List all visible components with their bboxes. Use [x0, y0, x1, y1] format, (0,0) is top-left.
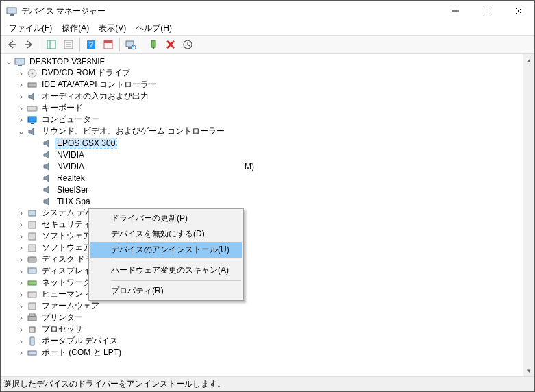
- tree-label: DVD/CD-ROM ドライブ: [40, 67, 132, 79]
- tree-category-ide[interactable]: ›IDE ATA/ATAPI コントローラー: [1, 79, 523, 90]
- keyboard-icon: [27, 103, 38, 114]
- vertical-scrollbar[interactable]: ▴ ▾: [523, 54, 534, 376]
- device-tree[interactable]: ⌄ DESKTOP-V3E8NIF ›DVD/CD-ROM ドライブ ›IDE …: [1, 54, 523, 376]
- software-icon: [27, 243, 38, 254]
- show-hide-tree-button[interactable]: [43, 36, 60, 53]
- scroll-track[interactable]: [523, 66, 534, 365]
- expand-icon[interactable]: ›: [16, 81, 27, 89]
- context-uninstall-device[interactable]: デバイスのアンインストール(U): [90, 242, 242, 258]
- tree-category-disk[interactable]: ›ディスク ドライブ: [1, 254, 523, 265]
- expand-icon[interactable]: ›: [16, 267, 27, 275]
- menu-help[interactable]: ヘルプ(H): [132, 21, 176, 36]
- forward-button[interactable]: [21, 36, 37, 53]
- context-disable-device[interactable]: デバイスを無効にする(D): [90, 226, 242, 242]
- svg-rect-39: [28, 281, 36, 285]
- tree-category-keyboard[interactable]: ›キーボード: [1, 102, 523, 114]
- scroll-down-button[interactable]: ▾: [523, 365, 534, 376]
- maximize-button[interactable]: [471, 1, 503, 21]
- uninstall-device-button[interactable]: [162, 36, 179, 53]
- expand-icon[interactable]: ›: [16, 279, 27, 287]
- help-button[interactable]: ?: [83, 36, 99, 53]
- tree-category-security[interactable]: ›セキュリティ ラ: [1, 219, 523, 230]
- expand-icon[interactable]: ›: [16, 221, 27, 229]
- tree-label: DESKTOP-V3E8NIF: [28, 57, 106, 66]
- tree-category-display[interactable]: ›ディスプレイ アダプター: [1, 265, 523, 277]
- tree-category-ports[interactable]: ›ポート (COM と LPT): [1, 347, 523, 358]
- toolbar: ?: [1, 35, 534, 54]
- back-button[interactable]: [3, 36, 20, 53]
- enable-device-button[interactable]: [145, 36, 162, 53]
- controller-icon: [27, 79, 38, 90]
- expand-icon[interactable]: ›: [16, 244, 27, 252]
- svg-rect-25: [15, 58, 25, 64]
- menu-view[interactable]: 表示(V): [95, 21, 130, 36]
- tree-category-system[interactable]: ›システム デバ: [1, 207, 523, 219]
- expand-icon[interactable]: ›: [16, 209, 27, 217]
- firmware-icon: [27, 301, 38, 312]
- tree-category-softdev[interactable]: ›ソフトウェア デバイス: [1, 242, 523, 254]
- tree-device-epos[interactable]: EPOS GSX 300: [1, 137, 523, 149]
- menu-file[interactable]: ファイル(F): [5, 21, 56, 36]
- status-text: 選択したデバイスのドライバーをアンインストールします。: [3, 378, 225, 390]
- close-button[interactable]: [503, 1, 534, 21]
- expand-icon[interactable]: ›: [16, 314, 27, 322]
- svg-rect-1: [10, 14, 14, 16]
- speaker-icon: [42, 138, 53, 149]
- svg-rect-3: [484, 8, 490, 14]
- properties-button[interactable]: [60, 36, 77, 53]
- context-separator: [111, 280, 241, 281]
- expand-icon[interactable]: ›: [16, 349, 27, 357]
- tree-device-nvidia[interactable]: NVIDIAM): [1, 160, 523, 172]
- tree-category-firmware[interactable]: ›ファームウェア: [1, 300, 523, 312]
- speaker-icon: [27, 126, 38, 137]
- tree-device-steelseries[interactable]: SteelSer: [1, 184, 523, 195]
- context-update-driver[interactable]: ドライバーの更新(P): [90, 210, 242, 226]
- tree-category-portable[interactable]: ›ポータブル デバイス: [1, 335, 523, 347]
- device-manager-window: デバイス マネージャー ファイル(F) 操作(A) 表示(V) ヘルプ(H) ?…: [0, 0, 535, 392]
- tree-category-sound[interactable]: ⌄サウンド、ビデオ、およびゲーム コントローラー: [1, 125, 523, 137]
- display-icon: [27, 266, 38, 277]
- speaker-icon: [42, 184, 53, 195]
- update-driver-button[interactable]: [179, 36, 196, 53]
- toolbar-separator: [40, 38, 40, 51]
- scan-hardware-button[interactable]: [123, 36, 139, 53]
- expand-icon[interactable]: ›: [16, 302, 27, 310]
- svg-rect-46: [28, 351, 36, 355]
- expand-icon[interactable]: ›: [16, 116, 27, 124]
- tree-label: ポータブル デバイス: [40, 335, 119, 347]
- tree-category-softcomp[interactable]: ›ソフトウェア コンポーネント: [1, 230, 523, 242]
- tree-category-audio[interactable]: ›オーディオの入力および出力: [1, 90, 523, 102]
- expand-icon[interactable]: ›: [16, 232, 27, 241]
- tree-category-hid[interactable]: ›ヒューマン インターフェイス デバイス: [1, 289, 523, 300]
- expand-icon[interactable]: ›: [16, 337, 27, 345]
- minimize-button[interactable]: [440, 1, 471, 21]
- tree-label-suffix: M): [86, 162, 254, 171]
- tree-root[interactable]: ⌄ DESKTOP-V3E8NIF: [1, 56, 523, 67]
- tree-category-network[interactable]: ›ネットワーク アダプター: [1, 277, 523, 289]
- tree-category-dvd[interactable]: ›DVD/CD-ROM ドライブ: [1, 67, 523, 79]
- tree-category-cpu[interactable]: ›プロセッサ: [1, 323, 523, 335]
- tree-category-computer[interactable]: ›コンピューター: [1, 114, 523, 125]
- expand-icon[interactable]: ›: [16, 291, 27, 299]
- tree-device-realtek[interactable]: Realtek: [1, 172, 523, 184]
- toolbar-button[interactable]: [100, 36, 116, 53]
- tree-category-printer[interactable]: ›プリンター: [1, 312, 523, 323]
- window-title: デバイス マネージャー: [21, 5, 440, 17]
- component-icon: [27, 231, 38, 242]
- collapse-icon[interactable]: ⌄: [16, 127, 27, 136]
- expand-icon[interactable]: ›: [16, 326, 27, 334]
- expand-icon[interactable]: ›: [16, 104, 27, 112]
- expand-icon[interactable]: ›: [16, 93, 27, 101]
- scroll-up-button[interactable]: ▴: [523, 54, 534, 66]
- expand-icon[interactable]: ›: [16, 256, 27, 264]
- tree-label: THX Spa: [55, 197, 92, 206]
- svg-rect-43: [29, 314, 35, 316]
- collapse-icon[interactable]: ⌄: [3, 58, 14, 66]
- expand-icon[interactable]: ›: [16, 69, 27, 77]
- tree-label: キーボード: [40, 102, 84, 114]
- tree-device-nvidia[interactable]: NVIDIA: [1, 149, 523, 160]
- menu-action[interactable]: 操作(A): [58, 21, 93, 36]
- context-scan-hardware[interactable]: ハードウェア変更のスキャン(A): [90, 262, 242, 278]
- tree-device-thx[interactable]: THX Spa: [1, 195, 523, 207]
- context-properties[interactable]: プロパティ(R): [90, 283, 242, 299]
